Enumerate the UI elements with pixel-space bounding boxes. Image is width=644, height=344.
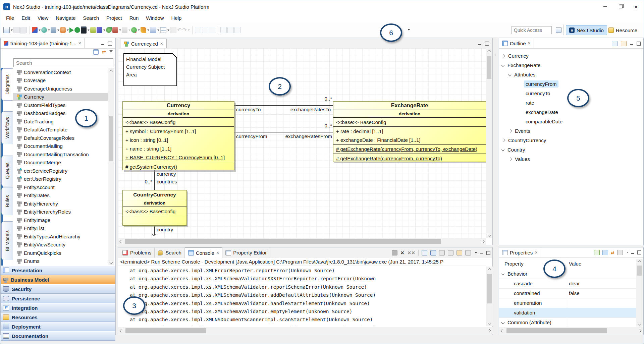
- menu-edit[interactable]: Edit: [18, 14, 34, 22]
- tab-queues[interactable]: Queues: [1, 156, 13, 186]
- minimize-panel-icon[interactable]: [480, 251, 483, 254]
- toolbar-overflow-icon[interactable]: [408, 29, 410, 31]
- web-globe-icon[interactable]: [41, 26, 50, 35]
- mail-deploy-icon[interactable]: [112, 26, 121, 35]
- close-icon[interactable]: ×: [160, 41, 163, 46]
- section-deployment[interactable]: Deployment: [1, 322, 115, 331]
- property-row-constrained[interactable]: constrainedfalse: [499, 288, 636, 298]
- server-icon[interactable]: [51, 26, 59, 35]
- uml-class-country-currency[interactable]: CountryCurrency derivation <<base>> Base…: [122, 190, 187, 226]
- menu-search[interactable]: Search: [79, 14, 103, 22]
- editor-vertical-scrollbar[interactable]: [486, 48, 492, 238]
- list-item[interactable]: CustomFieldTypes: [13, 101, 108, 109]
- menu-run[interactable]: Run: [126, 14, 143, 22]
- brush-icon[interactable]: [141, 26, 149, 35]
- console-vertical-scrollbar[interactable]: [486, 267, 493, 326]
- quick-access-input[interactable]: [512, 26, 552, 34]
- new-from-icon[interactable]: [170, 26, 176, 35]
- navigator-tab[interactable]: training-103-jade (training-1... ×: [1, 38, 85, 48]
- list-item[interactable]: DocumentMerge: [13, 159, 108, 167]
- menu-file[interactable]: File: [2, 14, 18, 22]
- list-item[interactable]: EntityList: [13, 224, 108, 233]
- display-console-icon[interactable]: [465, 250, 471, 255]
- package-icon[interactable]: [90, 26, 96, 35]
- tree-item-currency[interactable]: Currency: [499, 51, 640, 60]
- diagram-note[interactable]: Financial Model Currency Subject Area: [123, 53, 177, 86]
- uml-class-exchange-rate[interactable]: ExchangeRate derivation <<base>> BaseCon…: [333, 101, 486, 162]
- close-window-button[interactable]: ×: [628, 0, 644, 13]
- tree-item-comparable-date[interactable]: comparableDate: [499, 117, 640, 126]
- undo-icon[interactable]: ↶: [177, 26, 181, 35]
- tree-item-country[interactable]: Country: [499, 145, 640, 154]
- minimize-panel-icon[interactable]: [478, 42, 482, 45]
- section-integration[interactable]: ⇄Integration: [1, 303, 115, 312]
- list-scrollbar[interactable]: [108, 68, 114, 265]
- tab-console[interactable]: Console×: [185, 247, 222, 258]
- word-wrap-icon[interactable]: [439, 250, 445, 255]
- menu-project[interactable]: Project: [103, 14, 126, 22]
- section-resources[interactable]: Resources: [1, 312, 115, 322]
- align-center-icon[interactable]: [202, 26, 208, 35]
- list-item[interactable]: ConversationContext: [13, 68, 108, 76]
- minimize-panel-icon[interactable]: [630, 42, 633, 45]
- list-item[interactable]: EntityHierarchy: [13, 199, 108, 208]
- validate-icon[interactable]: [74, 26, 80, 35]
- tree-item-exchange-rate[interactable]: ExchangeRate: [499, 60, 640, 70]
- save-icon[interactable]: [13, 26, 20, 35]
- column-header-property[interactable]: Property: [504, 261, 524, 267]
- property-row-cascade[interactable]: cascadeclear: [499, 279, 636, 289]
- import-icon[interactable]: [150, 26, 159, 35]
- sync-icon[interactable]: ⇄: [102, 49, 106, 55]
- properties-horizontal-scrollbar[interactable]: [499, 327, 643, 334]
- association-line-exchange-from[interactable]: [234, 132, 333, 132]
- list-item-selected[interactable]: Currency: [13, 93, 108, 101]
- tree-item-attributes[interactable]: Attributes: [499, 70, 640, 79]
- console-launch-icon[interactable]: [81, 26, 90, 35]
- new-property-icon[interactable]: [594, 250, 600, 255]
- close-icon[interactable]: ×: [535, 250, 537, 255]
- restore-window-button[interactable]: [613, 0, 628, 13]
- tab-rules[interactable]: Rules: [1, 187, 13, 215]
- section-presentation[interactable]: Presentation: [1, 266, 115, 275]
- tree-item-values[interactable]: Values: [499, 154, 640, 164]
- close-icon[interactable]: ×: [78, 41, 81, 46]
- scroll-lock-icon[interactable]: [430, 250, 436, 255]
- tab-bi-models[interactable]: BI Models: [1, 221, 13, 260]
- list-item[interactable]: EnumQuickpicks: [13, 249, 108, 257]
- remove-launch-icon[interactable]: ✕: [400, 250, 405, 255]
- ui-designer-icon[interactable]: [97, 26, 105, 35]
- new-wizard-icon[interactable]: [3, 26, 13, 35]
- list-item[interactable]: CoverageUniqueness: [13, 84, 108, 93]
- association-line-country-currency[interactable]: [154, 170, 155, 190]
- list-item[interactable]: Enums: [13, 257, 108, 266]
- list-item[interactable]: EntityHierarchyRoles: [13, 208, 108, 216]
- minimize-window-button[interactable]: [597, 0, 613, 13]
- scheme-icon[interactable]: [106, 26, 112, 35]
- section-persistence[interactable]: Persistence: [1, 294, 115, 303]
- show-stdout-icon[interactable]: [448, 250, 453, 255]
- maximize-panel-icon[interactable]: [637, 250, 641, 254]
- minimize-panel-icon[interactable]: [631, 251, 635, 254]
- search-input[interactable]: [13, 58, 113, 67]
- list-item[interactable]: EntityViewSecurity: [13, 241, 108, 249]
- tree-mode-icon[interactable]: [602, 250, 608, 255]
- console-horizontal-scrollbar[interactable]: [118, 327, 493, 334]
- minimize-panel-icon[interactable]: [101, 42, 105, 45]
- property-group-behavior[interactable]: Behavior: [499, 269, 636, 279]
- tab-property-editor[interactable]: Property Editor: [222, 248, 270, 258]
- layout-grid-icon[interactable]: [234, 26, 241, 35]
- open-perspective-icon[interactable]: [556, 27, 561, 33]
- list-item[interactable]: EntityDates: [13, 191, 108, 200]
- menu-navigate[interactable]: Navigate: [52, 14, 79, 22]
- maximize-panel-icon[interactable]: [485, 42, 489, 46]
- tree-item-currency-from[interactable]: currencyFrom: [499, 79, 640, 89]
- collapse-sash-icon[interactable]: [494, 54, 497, 56]
- property-row-enumeration[interactable]: enumeration: [499, 298, 636, 308]
- remove-all-launches-icon[interactable]: ✕✕: [408, 250, 415, 255]
- table-icon[interactable]: [160, 26, 169, 35]
- list-item[interactable]: EntityAccount: [13, 183, 108, 191]
- list-item[interactable]: DefaultCoverageRoles: [13, 134, 108, 142]
- align-right-icon[interactable]: [209, 26, 215, 35]
- save-all-icon[interactable]: [20, 26, 27, 35]
- menu-window[interactable]: Window: [142, 14, 167, 22]
